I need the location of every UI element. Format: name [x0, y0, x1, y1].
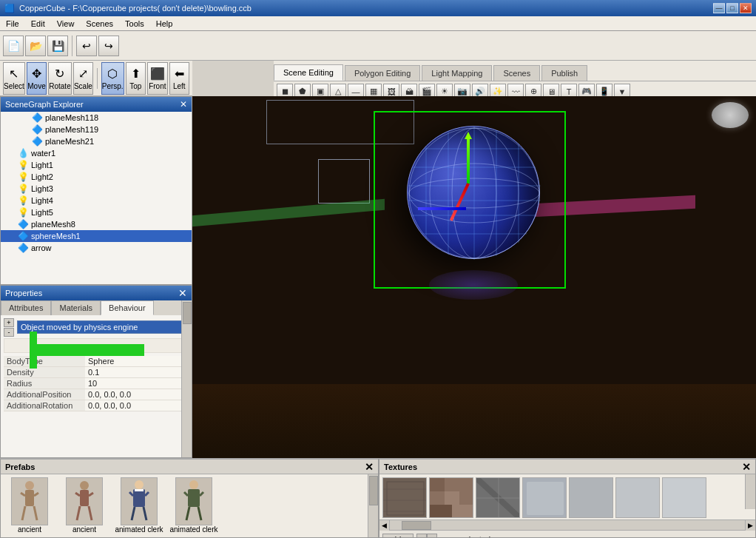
- minimize-button[interactable]: —: [713, 3, 725, 13]
- tree-item-light4[interactable]: 💡 Light4: [1, 195, 192, 206]
- light-icon: 💡: [18, 172, 29, 182]
- menu-file[interactable]: File: [0, 18, 25, 30]
- prefab-ancient-2[interactable]: ancient: [58, 477, 110, 534]
- textures-scrollbar-v[interactable]: [745, 474, 755, 509]
- prefab-animated-clerk-2[interactable]: animated clerk: [168, 477, 220, 534]
- prop-value[interactable]: 0.1: [85, 367, 189, 378]
- tab-scene-editing[interactable]: Scene Editing: [274, 64, 343, 81]
- properties-scroll-thumb[interactable]: [183, 302, 192, 324]
- persp-view[interactable]: ⬡ Persp.: [101, 62, 124, 95]
- menu-view[interactable]: View: [51, 18, 81, 30]
- tree-item-water1[interactable]: 💧 water1: [1, 147, 192, 159]
- scenegraph-content[interactable]: 🔷 planeMesh118 🔷 planeMesh119 🔷 planeMes…: [1, 112, 192, 284]
- redo-button[interactable]: ↪: [98, 36, 119, 56]
- scale-tool[interactable]: ⤢ Scale: [73, 62, 93, 95]
- tree-label: sphereMesh1: [31, 232, 81, 241]
- tree-item-arrow[interactable]: 🔷 arrow: [1, 242, 192, 254]
- save-button[interactable]: 💾: [47, 36, 68, 56]
- textures-scroll-thumb[interactable]: [402, 521, 431, 530]
- texture-thumb-7[interactable]: [662, 477, 706, 518]
- scroll-right-button[interactable]: ▶: [745, 520, 755, 531]
- texture-thumb-6[interactable]: [615, 477, 660, 518]
- tab-light-mapping[interactable]: Light Mapping: [422, 65, 492, 81]
- textures-add-button[interactable]: add...: [382, 534, 414, 539]
- texture-thumb-3[interactable]: [476, 477, 520, 518]
- front-view[interactable]: ⬛ Front: [147, 62, 167, 95]
- prefabs-close-button[interactable]: ✕: [365, 461, 374, 473]
- left-view[interactable]: ⬅ Left: [169, 62, 189, 95]
- svg-line-23: [34, 506, 37, 520]
- open-button[interactable]: 📂: [25, 36, 46, 56]
- tree-item-planeMesh119[interactable]: 🔷 planeMesh119: [1, 124, 192, 135]
- tex-step-down[interactable]: −: [416, 534, 427, 539]
- maximize-button[interactable]: □: [726, 3, 738, 13]
- prop-value[interactable]: 0.0, 0.0, 0.0: [85, 400, 189, 411]
- prefab-animated-clerk-1[interactable]: animated clerk: [113, 477, 165, 534]
- properties-table: BodyType Sphere Density 0.1 Radius 10 Ad…: [4, 356, 189, 411]
- prop-key: AdditionalRotation: [4, 400, 85, 411]
- toolbar-sep1: [72, 36, 72, 56]
- prefabs-scrollbar[interactable]: [368, 474, 378, 537]
- svg-line-39: [184, 492, 188, 496]
- viewport[interactable]: [192, 96, 756, 458]
- undo-button[interactable]: ↩: [76, 36, 97, 56]
- behaviour-add-button[interactable]: +: [4, 318, 14, 327]
- tab-materials[interactable]: Materials: [51, 300, 101, 315]
- move-tool[interactable]: ✥ Move: [27, 62, 47, 95]
- water-icon: 💧: [18, 148, 29, 158]
- prefabs-scroll-thumb[interactable]: [369, 476, 378, 505]
- select-tool[interactable]: ↖ Select: [3, 62, 25, 95]
- tree-item-planeMesh8[interactable]: 🔷 planeMesh8: [1, 218, 192, 230]
- tab-scenes[interactable]: Scenes: [493, 65, 540, 81]
- texture-thumb-5[interactable]: [569, 477, 613, 518]
- tree-item-light2[interactable]: 💡 Light2: [1, 171, 192, 183]
- textures-scroll-h[interactable]: ▶ ◀: [379, 519, 755, 530]
- menu-scenes[interactable]: Scenes: [80, 18, 119, 30]
- rotate-icon: ↻: [55, 67, 64, 81]
- top-view[interactable]: ⬆ Top: [126, 62, 146, 95]
- new-button[interactable]: 📄: [3, 36, 24, 56]
- menu-help[interactable]: Help: [150, 18, 179, 30]
- scroll-left-button[interactable]: ◀: [379, 520, 390, 531]
- behaviour-physics-item[interactable]: Object moved by physics engine: [17, 320, 189, 334]
- prop-value[interactable]: 0.0, 0.0, 0.0: [85, 389, 189, 400]
- select-icon: ↖: [9, 67, 18, 81]
- svg-line-40: [200, 492, 203, 496]
- menu-edit[interactable]: Edit: [25, 18, 51, 30]
- menu-tools[interactable]: Tools: [119, 18, 150, 30]
- tab-publish[interactable]: Publish: [541, 65, 587, 81]
- properties-scrollbar[interactable]: [181, 300, 192, 457]
- tree-item-light5[interactable]: 💡 Light5: [1, 206, 192, 218]
- prop-value[interactable]: Sphere: [85, 356, 189, 367]
- properties-close-button[interactable]: ✕: [178, 287, 187, 299]
- svg-rect-50: [445, 491, 459, 505]
- prefabs-title: Prefabs: [5, 463, 35, 471]
- tex-step-up[interactable]: +: [427, 534, 437, 539]
- mesh-icon: 🔷: [32, 112, 43, 123]
- y-axis: [467, 135, 470, 184]
- tree-item-planeMesh21[interactable]: 🔷 planeMesh21: [1, 135, 192, 147]
- tab-attributes[interactable]: Attributes: [1, 300, 51, 315]
- prefab-ancient-1[interactable]: ancient: [4, 477, 55, 534]
- scenegraph-close-button[interactable]: ✕: [180, 99, 187, 110]
- light-icon: 💡: [18, 184, 29, 194]
- tree-item-light3[interactable]: 💡 Light3: [1, 183, 192, 195]
- texture-thumb-2[interactable]: [429, 477, 473, 518]
- tree-item-light1[interactable]: 💡 Light1: [1, 159, 192, 171]
- close-button[interactable]: ✕: [740, 3, 752, 13]
- mesh-icon: 🔷: [18, 243, 29, 253]
- tab-behaviour[interactable]: Behaviour: [101, 300, 154, 315]
- behaviour-remove-button[interactable]: -: [4, 328, 14, 337]
- texture-thumb-1[interactable]: [382, 477, 427, 518]
- tab-polygon-editing[interactable]: Polygon Editing: [345, 65, 420, 81]
- svg-line-20: [21, 493, 25, 496]
- titlebar-controls: — □ ✕: [713, 3, 752, 13]
- texture-thumb-4[interactable]: [522, 477, 567, 518]
- tree-item-sphereMesh1[interactable]: 🔷 sphereMesh1: [1, 230, 192, 242]
- prop-value[interactable]: 10: [85, 378, 189, 389]
- textures-close-button[interactable]: ✕: [742, 461, 751, 473]
- tree-item-planeMesh118[interactable]: 🔷 planeMesh118: [1, 112, 192, 124]
- tree-label: planeMesh118: [45, 113, 98, 122]
- rotate-tool[interactable]: ↻ Rotate: [48, 62, 71, 95]
- svg-rect-60: [570, 478, 613, 518]
